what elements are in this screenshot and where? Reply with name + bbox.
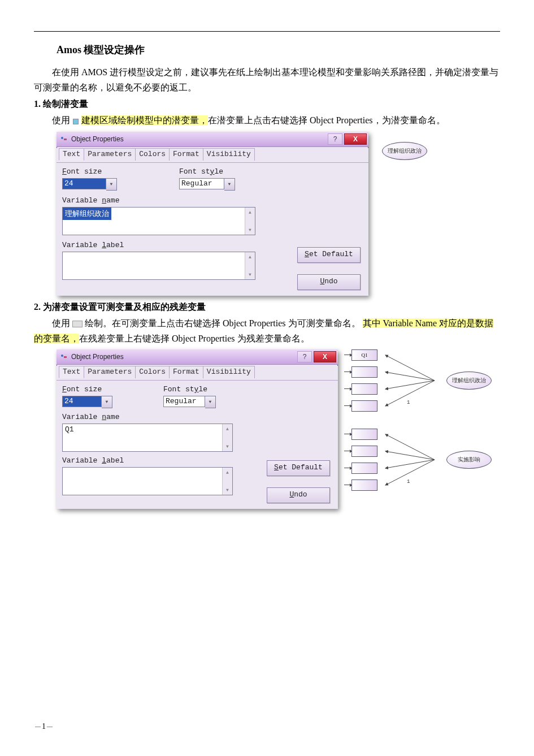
variable-name-value-2: Q1 [63,424,232,435]
scroll-up-icon[interactable]: ▲ [223,468,232,477]
variable-name-input-2[interactable]: Q1 ▲ ▼ [62,424,233,452]
dialog1-tabs: Text Parameters Colors Format Visibility [59,148,368,161]
observed-b2 [351,446,377,457]
scroll-down-icon[interactable]: ▼ [245,225,255,235]
tab-colors[interactable]: Colors [135,148,170,161]
observed-q4 [351,400,377,412]
dialog1-close-button[interactable]: X [344,133,367,145]
dialog2-title: Object Properties [71,353,124,361]
svg-line-2 [385,381,435,389]
variable-name-label: Variable name [62,196,363,205]
dialog1-title: Object Properties [71,135,124,143]
dialog1-titlebar: Object Properties ? X [57,132,368,147]
dialog2-help-button[interactable]: ? [297,351,312,362]
font-style-input-2[interactable]: Regular [163,396,205,407]
scroll-down-icon[interactable]: ▼ [223,442,232,451]
font-size-dropdown-button[interactable]: ▼ [106,178,117,191]
tab-format[interactable]: Format [169,366,203,378]
section1-highlight: 建模区域绘制模型中的潜变量， [81,115,208,125]
svg-line-5 [385,451,435,460]
tab-visibility[interactable]: Visibility [203,366,255,378]
font-style-field: Font style Regular ▼ [179,167,235,191]
dialog1-help-button[interactable]: ? [328,133,342,145]
undo-button[interactable]: Undo [297,274,361,290]
observed-q2 [351,366,377,378]
path-arrows-1: 1 [381,349,443,412]
observed-b3 [351,463,377,474]
variable-label-scrollbar[interactable]: ▲ ▼ [245,252,255,279]
object-properties-dialog-2: Object Properties ? X Text Parameters Co… [57,349,338,509]
figure-1: Object Properties ? X Text Parameters Co… [57,132,500,296]
font-style-label-2: Font style [163,385,216,394]
section2-text-d: 在残差变量上右键选择 Object Properties 为残差变量命名。 [79,334,310,343]
font-size-input-2[interactable]: 24 [62,396,102,407]
object-properties-dialog-1: Object Properties ? X Text Parameters Co… [57,132,368,296]
font-style-field-2: Font style Regular ▼ [163,385,216,408]
svg-line-6 [385,460,435,468]
tab-visibility[interactable]: Visibility [203,148,255,161]
variable-name-value: 理解组织政治 [63,208,111,220]
svg-line-4 [385,434,435,460]
page-title: Amos 模型设定操作 [57,43,500,57]
font-style-input[interactable]: Regular [179,178,224,189]
path-arrows-2: 1 [381,429,443,491]
latent-ellipse-3: 实施影响 [446,451,492,469]
variable-name-input[interactable]: 理解组织政治 ▲ ▼ [62,207,255,235]
app-icon [60,353,68,361]
font-size-dropdown-button-2[interactable]: ▼ [102,396,112,408]
app-icon [60,135,68,143]
dialog2-close-button[interactable]: X [314,351,336,362]
variable-label-input-2[interactable]: ▲ ▼ [62,467,233,495]
scroll-up-icon[interactable]: ▲ [223,424,232,434]
font-style-dropdown-button[interactable]: ▼ [224,178,235,191]
font-size-field-2: Font size 24 ▼ [62,385,112,408]
measurement-model-1: Q1 1 理解组织政治 [351,349,492,412]
tab-colors[interactable]: Colors [135,366,170,378]
variable-label-input[interactable]: ▲ ▼ [62,252,255,280]
intro-paragraph: 在使用 AMOS 进行模型设定之前，建议事先在纸上绘制出基本理论模型和变量影响关… [34,64,500,95]
page-number: 1 [34,722,54,731]
svg-line-1 [385,372,435,381]
observed-q1: Q1 [351,349,377,361]
scroll-up-icon[interactable]: ▲ [245,208,255,217]
section1-text: 使用 建模区域绘制模型中的潜变量，在潜变量上点击右键选择 Object Prop… [34,113,500,128]
scroll-down-icon[interactable]: ▼ [245,270,255,279]
measurement-model-2: 1 实施影响 [351,429,492,491]
svg-line-3 [385,381,435,406]
set-default-button[interactable]: Set Default [297,247,361,263]
section2-text-b: 绘制。在可测变量上点击右键选择 Object Properties 为可测变量命… [85,318,361,328]
font-style-dropdown-button-2[interactable]: ▼ [205,396,216,408]
tab-text[interactable]: Text [59,148,84,161]
latent-tool-icon [73,119,79,124]
observed-q3 [351,383,377,395]
scroll-up-icon[interactable]: ▲ [245,252,255,262]
font-size-label-2: Font size [62,385,112,394]
coef-1: 1 [407,400,410,405]
coef-1: 1 [407,479,410,485]
variable-label-scrollbar-2[interactable]: ▲ ▼ [222,468,232,495]
dialog2-tabs: Text Parameters Colors Format Visibility [59,366,338,378]
font-style-label: Font style [179,167,235,176]
section1-text-a: 使用 [52,115,70,125]
font-size-input[interactable]: 24 [62,178,106,189]
tab-parameters[interactable]: Parameters [84,148,136,161]
top-rule [34,31,500,32]
set-default-button-2[interactable]: Set Default [267,460,330,476]
variable-name-label-2: Variable name [62,413,332,421]
tab-text[interactable]: Text [59,366,84,378]
tab-parameters[interactable]: Parameters [84,366,136,378]
variable-label-value-2 [63,468,232,470]
section1-text-b: 在潜变量上点击右键选择 Object Properties，为潜变量命名。 [208,115,445,125]
section1-heading: 1. 绘制潜变量 [34,98,500,110]
scroll-down-icon[interactable]: ▼ [223,485,232,495]
variable-label-value [63,252,255,254]
tab-format[interactable]: Format [169,148,203,161]
svg-line-7 [385,460,435,485]
undo-button-2[interactable]: Undo [267,487,330,503]
variable-name-scrollbar[interactable]: ▲ ▼ [245,208,255,235]
dialog2-titlebar: Object Properties ? X [57,349,338,365]
indicator-tool-icon: ··· [72,321,83,327]
section2-heading: 2. 为潜变量设置可测变量及相应的残差变量 [34,301,500,313]
variable-name-scrollbar-2[interactable]: ▲ ▼ [222,424,232,451]
font-size-label: FFont sizeont size [62,167,117,176]
